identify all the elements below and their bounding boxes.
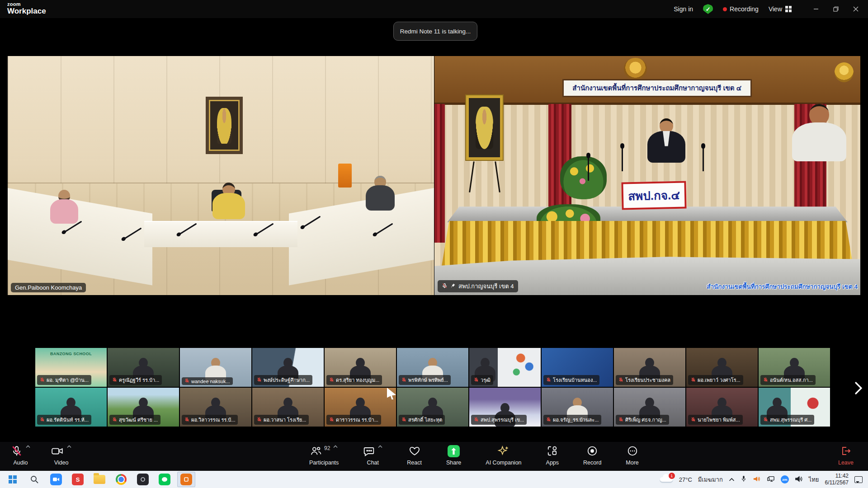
taskbar-app-chrome[interactable]	[112, 472, 130, 487]
muted-mic-icon	[329, 377, 334, 383]
weather-temp[interactable]: 27°C	[679, 476, 692, 483]
participant-name: วรุฒิ	[481, 376, 491, 384]
participant-tile[interactable]: อนันต์/หน.อสส.กา...	[759, 348, 830, 387]
close-button[interactable]	[848, 2, 863, 16]
participant-tile[interactable]: สุขวัฒน์ ศรีชาย ...	[108, 388, 179, 427]
ministry-crest	[624, 58, 647, 80]
participant-tile[interactable]: ดาราวรรณ รร.บ้า...	[325, 388, 396, 427]
participant-tile[interactable]: นายไพชยา พิมพ์ส...	[686, 388, 758, 427]
language-indicator[interactable]: ไทย	[809, 475, 819, 484]
muted-mic-icon	[474, 417, 479, 423]
ai-companion-button[interactable]: AI Companion	[483, 445, 524, 466]
apps-icon	[547, 445, 558, 457]
participant-name-tag: สพป.กาญจนบุรี เขต 4	[438, 280, 518, 292]
tray-network-icon[interactable]	[767, 475, 775, 484]
muted-mic-icon	[763, 377, 768, 383]
tray-speaker-icon[interactable]	[795, 475, 803, 484]
taskbar-app-zoom[interactable]	[47, 472, 65, 487]
participant-name: ผอ.จรัญ_รร.บ้านละ...	[553, 416, 599, 424]
tray-volume-orange-icon[interactable]	[753, 475, 761, 484]
recording-indicator[interactable]: Recording	[723, 5, 759, 13]
weather-icon[interactable]: 1	[660, 475, 673, 484]
more-button[interactable]: More	[623, 445, 641, 466]
participant-tile[interactable]: โรงเรียนประชามงคล	[614, 348, 685, 387]
muted-mic-icon	[40, 377, 45, 383]
royal-portrait	[206, 97, 242, 154]
participant-tile[interactable]: ดร.สุริยา ทองบุญม...	[325, 348, 396, 387]
search-button[interactable]	[25, 472, 43, 487]
official-figure	[792, 104, 846, 161]
clock[interactable]: 11:42 6/11/2567	[825, 473, 849, 486]
participant-tile[interactable]: สรศักดิ์ ไสยะหุต	[397, 388, 468, 427]
participant-tile[interactable]: ผอ.จรัญ_รร.บ้านละ...	[542, 388, 613, 427]
microphone-stand	[703, 147, 704, 171]
video-options-chevron[interactable]	[67, 445, 71, 448]
main-video-right[interactable]: สำนักงานเขตพื้นที่การศึกษาประถมศึกษากาญจ…	[434, 56, 860, 295]
next-page-button[interactable]	[852, 380, 865, 396]
participant-tile[interactable]: โรงเรียนบ้านหนอง...	[542, 348, 613, 387]
zoom-meeting-window: zoom Workplace Sign in ✓ Recording View	[0, 0, 868, 488]
start-button[interactable]	[4, 472, 22, 487]
chat-chevron[interactable]	[378, 445, 382, 448]
weather-desc[interactable]: มีเมฆมาก	[698, 475, 723, 484]
participant-tile[interactable]: ผอ.เพยาว์ วงศาโร...	[686, 348, 758, 387]
react-label: React	[407, 460, 422, 466]
sign-in-button[interactable]: Sign in	[674, 5, 693, 13]
weather-badge: 1	[669, 473, 675, 479]
share-button[interactable]: Share	[443, 445, 464, 466]
muted-mic-icon	[40, 417, 45, 423]
zoom-workplace-logo: zoom Workplace	[7, 2, 46, 15]
react-button[interactable]: React	[404, 445, 425, 466]
participant-tile[interactable]: wandee naksuk...	[180, 348, 251, 387]
participant-tile[interactable]: BANZONG SCHOOL ผอ. มุฑิตา @บ้าน...	[35, 348, 107, 387]
taskbar-app-active-orange[interactable]	[177, 472, 195, 487]
participant-tile[interactable]: ศิริเพ็ญ ศธจ.กาญ...	[614, 388, 685, 427]
audio-options-chevron[interactable]	[26, 445, 30, 448]
video-label: Video	[54, 460, 69, 466]
taskbar-app-dark[interactable]	[134, 472, 152, 487]
taskbar-app-line[interactable]	[156, 472, 174, 487]
participant-name: ครูณัฏฐวีร์ รร.บ้า...	[119, 376, 159, 384]
muted-mic-icon	[618, 417, 623, 423]
main-video-left[interactable]: Gen.Paiboon Koomchaya	[8, 56, 434, 295]
brand-workplace: Workplace	[7, 7, 46, 15]
taskbar-app-file-explorer[interactable]	[90, 472, 108, 487]
security-shield-icon[interactable]: ✓	[703, 4, 713, 14]
participant-tile[interactable]: ผอ.วิลาวรรณ รร.บ้...	[180, 388, 251, 427]
muted-mic-icon	[11, 445, 23, 457]
video-button[interactable]: Video	[48, 445, 74, 466]
tray-zoom-icon[interactable]: zm	[781, 475, 789, 483]
easel-portrait	[466, 95, 503, 160]
participant-tile[interactable]: สพม.สุพรรณบุรี ศ...	[759, 388, 830, 427]
tray-mic-icon[interactable]	[741, 475, 747, 484]
chat-button[interactable]: Chat	[360, 445, 385, 466]
participant-tile[interactable]: พงษ์ประดิษฐ์ศึกษาก...	[252, 348, 324, 387]
grid-view-icon	[785, 5, 792, 13]
participant-tile[interactable]: สพป.สุพรรณบุรี เข...	[469, 388, 541, 427]
participant-tile[interactable]: ผอ.รัตตินันท์ รร.ห้...	[35, 388, 107, 427]
participants-button[interactable]: 92 Participants	[307, 445, 341, 466]
participants-chevron[interactable]	[333, 445, 338, 448]
participant-name: อนันต์/หน.อสส.กา...	[770, 376, 813, 384]
participant-tile[interactable]: ครูณัฏฐวีร์ รร.บ้า...	[108, 348, 179, 387]
leave-button[interactable]: Leave	[835, 445, 856, 466]
audio-button[interactable]: Audio	[8, 445, 33, 466]
participant-tile[interactable]: พรพิทักษ์ พรทิพย์...	[397, 348, 468, 387]
participant-figure	[366, 176, 395, 211]
apps-button[interactable]: Apps	[543, 445, 562, 466]
ai-companion-icon	[497, 445, 509, 457]
brand-zoom: zoom	[7, 2, 46, 7]
corner-emblem	[835, 62, 854, 82]
restore-button[interactable]	[828, 2, 844, 16]
participant-tile[interactable]: ผอ.วาสนา โรงเรีย...	[252, 388, 324, 427]
title-bar: zoom Workplace Sign in ✓ Recording View	[0, 0, 868, 18]
participant-name-tag: Gen.Paiboon Koomchaya	[11, 283, 86, 292]
tray-expand-chevron[interactable]	[729, 476, 735, 483]
conference-table-center	[144, 221, 297, 247]
taskbar-app-s[interactable]: S	[69, 472, 87, 487]
record-button[interactable]: Record	[580, 445, 604, 466]
participant-tile[interactable]: วรุฒิ	[469, 348, 541, 387]
notification-center-icon[interactable]	[854, 476, 863, 483]
minimize-button[interactable]	[808, 2, 824, 16]
view-button[interactable]: View	[769, 5, 792, 13]
